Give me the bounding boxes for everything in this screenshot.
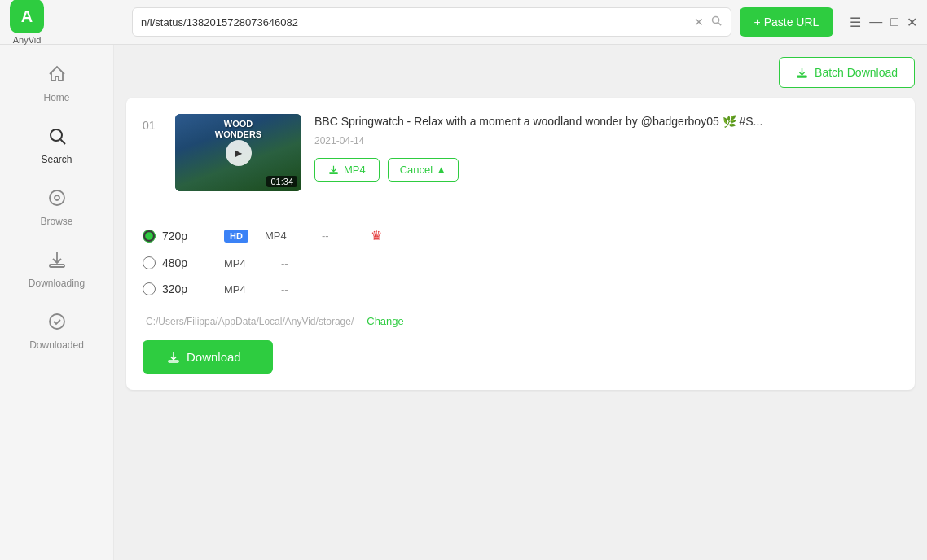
sidebar-label-downloading: Downloading bbox=[29, 278, 85, 289]
minimize-icon[interactable]: — bbox=[869, 15, 882, 29]
svg-rect-8 bbox=[797, 76, 806, 77]
url-bar[interactable]: n/i/status/1382015728073646082 ✕ bbox=[132, 7, 731, 37]
logo-container: A AnyVid bbox=[10, 0, 44, 45]
quality-row-720p: 720p HD MP4 -- ♛ bbox=[143, 221, 898, 250]
play-button[interactable]: ▶ bbox=[226, 140, 252, 166]
hd-badge: HD bbox=[224, 230, 248, 243]
format-480p: MP4 bbox=[224, 257, 265, 269]
main-layout: Home Search Browse Downloading bbox=[0, 45, 927, 560]
svg-line-1 bbox=[718, 23, 720, 25]
svg-point-5 bbox=[55, 195, 59, 200]
url-clear-icon[interactable]: ✕ bbox=[694, 16, 704, 28]
sidebar-item-browse[interactable]: Browse bbox=[0, 177, 113, 238]
crown-icon: ♛ bbox=[371, 228, 382, 243]
format-720p: MP4 bbox=[265, 230, 305, 242]
format-320p: MP4 bbox=[224, 283, 265, 295]
svg-point-7 bbox=[50, 314, 64, 329]
video-header: 01 WOODWONDERS ▶ 01:34 BBC Springwatch -… bbox=[143, 114, 898, 191]
download-button[interactable]: Download bbox=[143, 340, 273, 374]
url-text: n/i/status/1382015728073646082 bbox=[141, 16, 688, 28]
paste-url-button[interactable]: + Paste URL bbox=[740, 7, 834, 37]
quality-label-720p[interactable]: 720p bbox=[143, 230, 208, 243]
close-icon[interactable]: ✕ bbox=[907, 15, 917, 30]
change-path-button[interactable]: Change bbox=[367, 315, 404, 327]
content-area: Batch Download 01 WOODWONDERS ▶ 01:34 B bbox=[114, 45, 927, 560]
window-controls: ☰ — □ ✕ bbox=[850, 15, 917, 30]
video-thumbnail[interactable]: WOODWONDERS ▶ 01:34 bbox=[175, 114, 301, 191]
quality-text-320p: 320p bbox=[162, 282, 187, 295]
sidebar-label-home: Home bbox=[43, 92, 69, 103]
sidebar-label-search: Search bbox=[41, 154, 72, 165]
svg-rect-9 bbox=[330, 172, 338, 173]
sidebar-item-search[interactable]: Search bbox=[0, 115, 113, 177]
title-bar: A AnyVid n/i/status/1382015728073646082 … bbox=[0, 0, 927, 45]
download-path-text: C:/Users/Filippa/AppData/Local/AnyVid/st… bbox=[146, 316, 354, 327]
quality-label-480p[interactable]: 480p bbox=[143, 256, 208, 269]
size-720p: -- bbox=[322, 230, 354, 242]
quality-text-720p: 720p bbox=[162, 230, 187, 243]
video-date: 2021-04-14 bbox=[314, 135, 898, 147]
video-duration: 01:34 bbox=[266, 176, 297, 187]
video-info: BBC Springwatch - Relax with a moment a … bbox=[314, 114, 898, 182]
chevron-up-icon: ▲ bbox=[436, 164, 446, 176]
quality-row-320p: 320p MP4 -- bbox=[143, 276, 898, 302]
mp4-button[interactable]: MP4 bbox=[314, 158, 380, 182]
quality-row-480p: 480p MP4 -- bbox=[143, 250, 898, 276]
quality-radio-720p[interactable] bbox=[143, 230, 156, 243]
svg-line-3 bbox=[60, 140, 65, 145]
svg-point-2 bbox=[51, 129, 62, 141]
url-search-icon bbox=[710, 15, 723, 29]
menu-icon[interactable]: ☰ bbox=[850, 15, 861, 30]
sidebar: Home Search Browse Downloading bbox=[0, 45, 114, 560]
maximize-icon[interactable]: □ bbox=[890, 15, 898, 29]
quality-options: 720p HD MP4 -- ♛ 480p MP4 -- bbox=[143, 208, 898, 302]
quality-text-480p: 480p bbox=[162, 256, 187, 269]
logo-area: A AnyVid bbox=[10, 0, 124, 45]
sidebar-item-downloaded[interactable]: Downloaded bbox=[0, 300, 113, 362]
quality-radio-480p[interactable] bbox=[143, 256, 156, 269]
sidebar-item-downloading[interactable]: Downloading bbox=[0, 238, 113, 300]
sidebar-item-home[interactable]: Home bbox=[0, 53, 113, 115]
video-actions: MP4 Cancel ▲ bbox=[314, 158, 898, 182]
video-title: BBC Springwatch - Relax with a moment a … bbox=[314, 114, 898, 130]
sidebar-label-downloaded: Downloaded bbox=[29, 339, 84, 351]
svg-rect-10 bbox=[169, 361, 178, 362]
svg-point-4 bbox=[50, 190, 64, 205]
quality-label-320p[interactable]: 320p bbox=[143, 282, 208, 295]
sidebar-label-browse: Browse bbox=[40, 216, 72, 227]
size-320p: -- bbox=[281, 283, 314, 295]
video-number: 01 bbox=[143, 119, 162, 132]
home-icon bbox=[47, 64, 67, 87]
browse-icon bbox=[47, 188, 67, 211]
size-480p: -- bbox=[281, 257, 314, 269]
svg-point-0 bbox=[712, 17, 718, 24]
batch-download-button[interactable]: Batch Download bbox=[779, 57, 915, 88]
app-logo: A bbox=[10, 0, 44, 33]
downloading-icon bbox=[47, 250, 67, 273]
app-name: AnyVid bbox=[13, 35, 42, 45]
download-path-row: C:/Users/Filippa/AppData/Local/AnyVid/st… bbox=[143, 315, 898, 327]
cancel-button[interactable]: Cancel ▲ bbox=[388, 158, 459, 182]
downloaded-icon bbox=[47, 312, 67, 335]
svg-rect-6 bbox=[50, 265, 64, 267]
video-card: 01 WOODWONDERS ▶ 01:34 BBC Springwatch -… bbox=[126, 98, 915, 390]
search-icon bbox=[47, 126, 67, 149]
quality-radio-320p[interactable] bbox=[143, 282, 156, 295]
